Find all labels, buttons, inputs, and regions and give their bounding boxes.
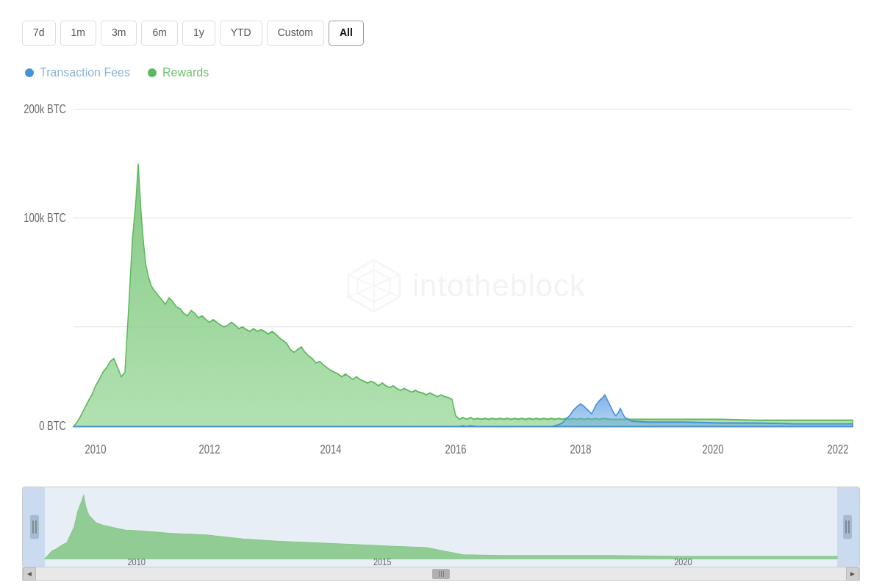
right-arrow-icon: ► [849,570,856,578]
fees-label: Transaction Fees [40,66,130,79]
svg-rect-22 [30,515,39,539]
legend-item-rewards: Rewards [148,66,209,79]
svg-text:2010: 2010 [128,557,146,566]
navigator-container: 2010 2015 2020 [22,487,860,567]
rewards-dot [148,68,157,77]
svg-rect-25 [843,515,852,539]
scrollbar-container: ◄ ► [22,567,860,581]
main-chart-svg: 200k BTC 100k BTC 0 BTC 2010 2012 2014 2… [22,91,860,481]
btn-ytd[interactable]: YTD [220,21,262,46]
chart-svg-container: intotheblock 200k BTC 100k BTC 0 BTC 201… [22,91,860,481]
scroll-right-arrow[interactable]: ► [846,567,859,581]
scroll-track [36,567,846,580]
navigator-svg: 2010 2015 2020 [23,487,859,567]
scroll-thumb[interactable] [432,569,450,579]
btn-all[interactable]: All [329,21,364,46]
svg-text:2015: 2015 [373,557,391,566]
left-arrow-icon: ◄ [26,570,33,578]
legend: Transaction Fees Rewards [22,66,860,79]
scroll-left-arrow[interactable]: ◄ [23,567,36,581]
thumb-line-3 [443,571,444,577]
svg-text:2020: 2020 [703,443,724,456]
btn-7d[interactable]: 7d [22,21,56,46]
rewards-label: Rewards [162,66,209,79]
thumb-line-1 [439,571,440,577]
btn-1y[interactable]: 1y [182,21,215,46]
svg-text:2012: 2012 [199,443,220,456]
svg-text:2018: 2018 [570,443,592,456]
fees-dot [25,68,34,77]
svg-text:2020: 2020 [674,557,692,566]
svg-text:2022: 2022 [828,443,849,456]
btn-1m[interactable]: 1m [60,21,96,46]
btn-3m[interactable]: 3m [101,21,137,46]
svg-text:2010: 2010 [85,443,107,456]
time-range-bar: 7d 1m 3m 6m 1y YTD Custom All [22,15,860,51]
btn-6m[interactable]: 6m [141,21,177,46]
svg-text:100k BTC: 100k BTC [24,211,66,224]
svg-text:2016: 2016 [445,443,467,456]
svg-text:0 BTC: 0 BTC [39,420,66,433]
btn-custom[interactable]: Custom [267,21,324,46]
thumb-line-2 [441,571,442,577]
legend-item-fees: Transaction Fees [25,66,130,79]
scroll-thumb-lines [439,571,444,577]
svg-text:2014: 2014 [320,443,342,456]
svg-text:200k BTC: 200k BTC [24,102,66,115]
chart-area: intotheblock 200k BTC 100k BTC 0 BTC 201… [22,91,860,581]
main-container: 7d 1m 3m 6m 1y YTD Custom All Transactio… [0,0,882,588]
